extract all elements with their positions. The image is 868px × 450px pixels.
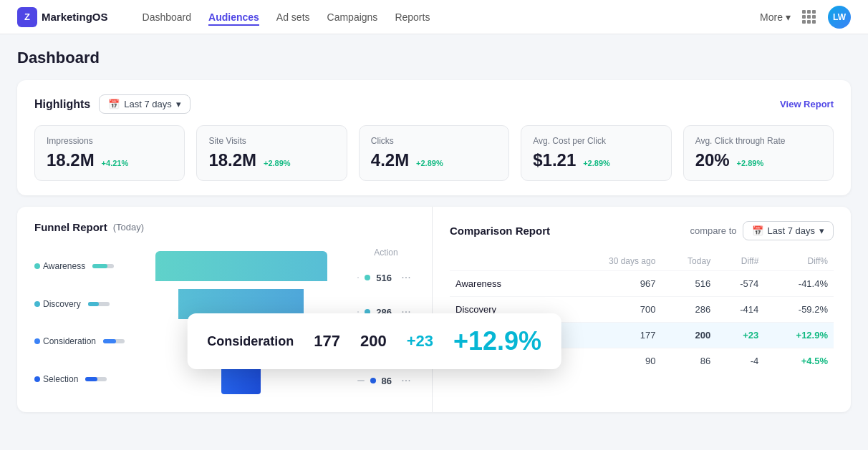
nav-campaigns[interactable]: Campaigns (327, 9, 378, 26)
logo-abbr: Z (24, 11, 30, 22)
nav-audiences[interactable]: Audiences (208, 9, 259, 26)
row-discovery-diffnum: -414 (716, 297, 764, 323)
funnel-label-text-discovery: Discovery (43, 299, 81, 309)
col-label (450, 252, 568, 271)
funnel-dot-selection (34, 376, 40, 382)
chevron-down-icon-comparison: ▾ (819, 225, 824, 236)
avatar[interactable]: LW (828, 6, 851, 29)
row-consideration-today: 200 (661, 323, 716, 348)
row-awareness-diffnum: -574 (716, 271, 764, 297)
metric-impressions-change: +4.21% (102, 159, 129, 167)
highlights-header: Highlights 📅 Last 7 days ▾ View Report (34, 94, 834, 114)
funnel-row-labels: Awareness Discovery Cons (34, 248, 125, 398)
funnel-panel: Funnel Report (Today) Awareness Di (17, 207, 433, 412)
avatar-initials: LW (833, 12, 846, 22)
calendar-icon: 📅 (108, 99, 120, 109)
chevron-down-icon: ▾ (176, 99, 181, 109)
metric-impressions-label: Impressions (47, 136, 173, 146)
row-discovery-30days: 700 (568, 297, 661, 323)
bottom-section: Funnel Report (Today) Awareness Di (17, 207, 851, 412)
funnel-label-text-awareness: Awareness (43, 261, 85, 271)
funnel-slider-discovery[interactable] (88, 302, 110, 306)
funnel-header: Funnel Report (Today) (34, 221, 415, 233)
funnel-slider-fill-selection (85, 377, 97, 381)
row-awareness-diffpct: -41.4% (764, 271, 834, 297)
funnel-action-awareness: 516 ··· (357, 260, 415, 295)
funnel-action-line-awareness (357, 277, 359, 278)
compare-to-control: compare to 📅 Last 7 days ▾ (690, 221, 834, 240)
logo-icon: Z (17, 7, 37, 27)
funnel-bar-awareness-wrap (155, 251, 327, 281)
funnel-label-discovery: Discovery (34, 287, 125, 321)
row-discovery-today: 286 (661, 297, 716, 323)
funnel-action-menu-awareness[interactable]: ··· (397, 260, 415, 295)
row-consideration-30days: 177 (568, 323, 661, 348)
view-report-link[interactable]: View Report (780, 99, 834, 109)
funnel-action-line-discovery (357, 311, 359, 313)
more-label: More (760, 11, 783, 23)
consideration-tooltip: Consideration 177 200 +23 +12.9% (187, 313, 561, 369)
funnel-dot-discovery (34, 301, 40, 307)
metric-clicks-change: +2.89% (416, 159, 443, 167)
compare-to-label: compare to (690, 225, 736, 236)
nav-more-button[interactable]: More ▾ (760, 11, 791, 23)
metric-clicks-value: 4.2M (371, 150, 409, 170)
row-selection-today: 86 (661, 348, 716, 374)
metric-impressions: Impressions 18.2M +4.21% (34, 125, 185, 181)
metric-cost-value: $1.21 (533, 150, 576, 170)
row-selection-diffpct: +4.5% (764, 348, 834, 374)
metric-clicks: Clicks 4.2M +2.89% (359, 125, 509, 181)
highlights-card: Highlights 📅 Last 7 days ▾ View Report I… (17, 80, 851, 195)
col-30days: 30 days ago (568, 252, 661, 271)
nav-adsets[interactable]: Ad sets (276, 9, 310, 26)
chevron-down-icon: ▾ (786, 11, 791, 23)
funnel-slider-selection[interactable] (85, 377, 107, 381)
tooltip-change-pct: +12.9% (453, 326, 541, 356)
funnel-slider-fill-awareness (92, 264, 107, 268)
comparison-panel: Comparison Report compare to 📅 Last 7 da… (433, 207, 851, 412)
metric-site-visits-value: 18.2M (208, 150, 256, 170)
funnel-action-line-selection (357, 380, 365, 381)
funnel-label-awareness: Awareness (34, 249, 125, 283)
page-content: Dashboard Highlights 📅 Last 7 days ▾ Vie… (0, 34, 868, 426)
metric-site-visits-label: Site Visits (208, 136, 334, 146)
row-selection-30days: 90 (568, 348, 661, 374)
funnel-label-selection: Selection (34, 362, 125, 396)
nav-right: More ▾ LW (760, 6, 851, 29)
funnel-slider-consideration[interactable] (103, 339, 125, 343)
logo[interactable]: Z MarketingOS (17, 7, 108, 27)
funnel-slider-awareness[interactable] (92, 264, 114, 268)
funnel-label-text-consideration: Consideration (43, 336, 96, 346)
funnel-label-consideration: Consideration (34, 324, 125, 358)
date-filter-label: Last 7 days (124, 99, 172, 109)
highlights-title: Highlights (34, 98, 90, 111)
funnel-bar-awareness (155, 251, 327, 281)
logo-text: MarketingOS (42, 11, 108, 23)
col-diffpct: Diff% (764, 252, 834, 271)
metric-impressions-value: 18.2M (47, 150, 95, 170)
metric-ctr-change: +2.89% (737, 159, 764, 167)
tooltip-label: Consideration (207, 334, 294, 349)
apps-icon[interactable] (802, 10, 816, 24)
comparison-table-header-row: 30 days ago Today Diff# Diff% (450, 252, 834, 271)
metric-cost-change: +2.89% (583, 159, 610, 167)
comparison-date-filter[interactable]: 📅 Last 7 days ▾ (743, 221, 834, 240)
nav-dashboard[interactable]: Dashboard (143, 9, 192, 26)
nav-reports[interactable]: Reports (395, 9, 430, 26)
funnel-action-dot-awareness (365, 275, 370, 280)
metric-clicks-label: Clicks (371, 136, 497, 146)
funnel-title: Funnel Report (34, 221, 107, 233)
metric-site-visits-change: +2.89% (264, 159, 291, 167)
funnel-value-selection: 86 (382, 376, 392, 386)
comparison-title: Comparison Report (450, 225, 550, 237)
navbar: Z MarketingOS Dashboard Audiences Ad set… (0, 0, 868, 34)
row-consideration-diffpct: +12.9% (764, 323, 834, 348)
metric-site-visits: Site Visits 18.2M +2.89% (196, 125, 347, 181)
metric-cost-per-click: Avg. Cost per Click $1.21 +2.89% (521, 125, 671, 181)
highlights-date-filter[interactable]: 📅 Last 7 days ▾ (99, 94, 191, 114)
metric-ctr: Avg. Click through Rate 20% +2.89% (683, 125, 834, 181)
row-awareness-30days: 967 (568, 271, 661, 297)
comparison-table-head: 30 days ago Today Diff# Diff% (450, 252, 834, 271)
row-discovery-diffpct: -59.2% (764, 297, 834, 323)
tooltip-change: +23 (407, 332, 433, 351)
